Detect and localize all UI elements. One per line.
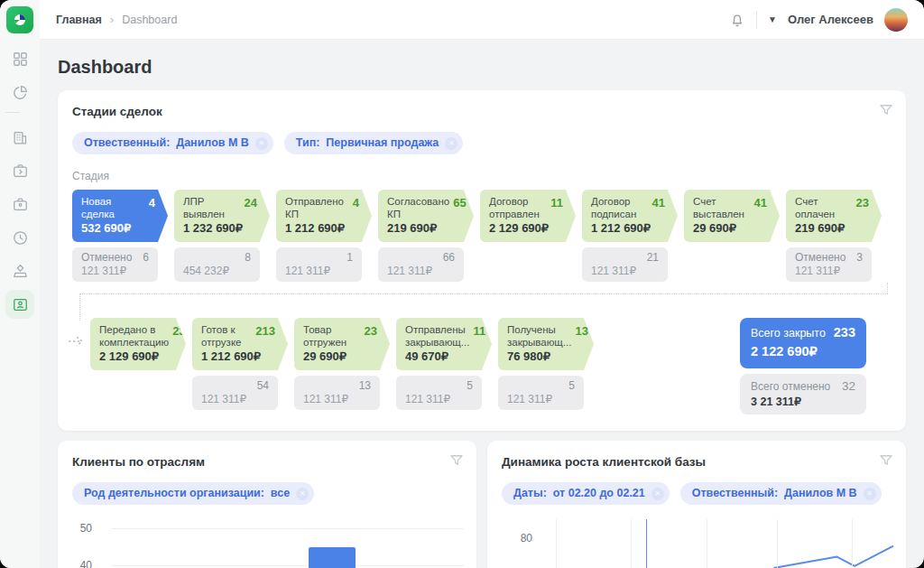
funnel-connector-line [79,293,888,294]
user-avatar[interactable] [884,8,908,32]
growth-filter-chips: Даты: от 02.20 до 02.21 ✕ Отвественный: … [502,482,892,505]
stage-title: Отправлены закрывающ... [405,324,469,349]
bar-series-value[interactable] [309,547,356,568]
filter-funnel-icon[interactable] [448,452,465,469]
stage-amount: 219 690₽ [387,221,461,235]
funnel-stage-column: Товар отгружен 23 29 690₽ 13 121 311₽ [294,318,390,410]
funnel-stage[interactable]: Счет оплачен 23 219 690₽ [786,190,882,242]
funnel-stage[interactable]: Договор подписан 41 1 212 690₽ [582,190,678,242]
stage-amount: 219 690₽ [795,221,869,235]
funnel-stage[interactable]: Счет выставлен 41 29 690₽ [684,190,780,242]
sub-count: 1 [346,251,353,264]
deals-filter-chips: Отвественный: Данилов М В ✕ Тип: Первичн… [72,132,892,154]
contact-icon [12,296,29,313]
stage-title: Товар отгружен [303,324,361,349]
funnel-stage[interactable]: Передано в комплектацию 23 2 129 690₽ [90,318,186,370]
funnel-stage[interactable]: Готов к отгрузке 213 1 212 690₽ [192,318,288,370]
funnel-totals: Всего закрыто 233 2 122 690₽ Всего отмен… [740,318,866,414]
chip-remove-icon[interactable]: ✕ [651,488,664,500]
stage-cancelled-summary: 66 121 311₽ [378,247,464,282]
stage-count: 41 [754,196,767,221]
stage-title: Передано в комплектацию [99,324,169,349]
funnel-stage[interactable]: Товар отгружен 23 29 690₽ [294,318,390,370]
sub-amount: 121 311₽ [507,393,575,405]
stage-cancelled-summary: 5 121 311₽ [396,376,482,410]
funnel-connector-line [887,283,888,293]
chip-remove-icon[interactable]: ✕ [296,488,309,500]
user-menu-chevron-icon[interactable]: ▼ [768,14,777,24]
flow-continue-arrow-icon [67,334,88,349]
sub-count: 5 [568,379,575,392]
growth-chip-0[interactable]: Даты: от 02.20 до 02.21 ✕ [502,482,670,505]
stage-cancelled-summary: 13 121 311₽ [294,376,380,410]
sub-amount: 121 311₽ [405,393,473,405]
sidebar-item-dashboard[interactable] [5,44,34,73]
funnel-stage[interactable]: Договор отправлен 11 2 129 690₽ [480,190,576,242]
sub-amount: 121 311₽ [81,265,149,277]
sub-amount: 121 311₽ [201,393,269,405]
funnel-stage[interactable]: Новая сделка 4 532 690₽ [72,190,168,242]
deals-chip-0[interactable]: Отвественный: Данилов М В ✕ [72,132,273,154]
funnel-stage[interactable]: Отправлены закрывающ... 11 49 670₽ [396,318,492,370]
clients-by-industry-card: Клиенты по отраслям Род деятельности орг… [58,441,476,568]
stage-cancelled-summary: 54 121 311₽ [192,376,278,410]
stage-amount: 1 212 690₽ [285,221,359,235]
filter-funnel-icon[interactable] [878,452,894,469]
sub-count: 3 [856,251,863,264]
deal-stages-card: Стадии сделок Отвественный: Данилов М В … [58,90,906,431]
breadcrumb-home-link[interactable]: Главная [56,14,102,26]
sidebar-item-deals[interactable] [5,190,34,219]
stage-cancelled-summary: 5 121 311₽ [498,376,584,410]
total-closed-box[interactable]: Всего закрыто 233 2 122 690₽ [740,318,866,368]
app-logo[interactable] [6,6,33,33]
sub-label: Отменено [795,251,845,264]
sub-count: 21 [647,251,659,264]
filter-funnel-icon[interactable] [878,102,894,118]
stage-amount: 29 690₽ [303,349,377,363]
chip-remove-icon[interactable]: ✕ [255,137,268,150]
funnel-stage-column: Согласовано КП 65 219 690₽ 66 121 311₽ [378,190,474,282]
stage-count: 24 [245,196,257,221]
deals-chip-1[interactable]: Тип: Первичная продажа ✕ [284,132,463,154]
clients-chip-0[interactable]: Род деятельности организации: все ✕ [72,482,314,505]
sub-count: 8 [245,251,251,264]
total-cancelled-amount: 3 21 311₽ [751,395,855,408]
sub-amount: 121 311₽ [285,265,353,277]
briefcase-icon [12,196,29,213]
stage-count: 41 [652,196,665,221]
sidebar-item-approvals[interactable] [5,256,34,285]
sidebar-item-orders[interactable] [5,156,34,185]
sidebar-item-analytics[interactable] [5,78,34,107]
sidebar-item-history[interactable] [5,223,34,252]
stage-count: 11 [550,196,563,221]
stage-title: Договор отправлен [489,196,547,221]
funnel-stage[interactable]: Согласовано КП 65 219 690₽ [378,190,474,242]
funnel-row-1: Новая сделка 4 532 690₽ Отменено 6 121 3… [72,190,892,282]
gridline [556,519,557,568]
chip-remove-icon[interactable]: ✕ [445,137,457,150]
sub-amount: 121 311₽ [795,265,863,277]
user-name[interactable]: Олег Алексеев [788,13,873,26]
funnel-stage[interactable]: Отправлено КП 4 1 212 690₽ [276,190,372,242]
notifications-bell-icon[interactable] [729,12,745,28]
funnel-stage-column: ЛПР выявлен 24 1 232 690₽ 8 454 232₽ [174,190,270,282]
gridline [852,519,853,568]
funnel-stage[interactable]: ЛПР выявлен 24 1 232 690₽ [174,190,270,242]
funnel-stage-column: Передано в комплектацию 23 2 129 690₽ [90,318,186,370]
chip-remove-icon[interactable]: ✕ [864,488,876,500]
funnel-stage[interactable]: Получены закрывающ... 13 76 980₽ [498,318,594,370]
stage-column-label: Стадия [72,170,892,182]
funnel-stage-column: Договор подписан 41 1 212 690₽ 21 121 31… [582,190,678,282]
stage-title: Договор подписан [591,196,649,221]
y-axis-tick: 40 [70,559,92,568]
sidebar-item-contacts[interactable] [5,290,34,319]
funnel-stage-column: Счет оплачен 23 219 690₽ Отменено 3 121 … [786,190,882,282]
gridline [112,565,464,566]
gridline [631,519,632,568]
sidebar-item-companies[interactable] [5,123,34,152]
sub-count: 5 [467,379,473,392]
growth-chip-1[interactable]: Отвественный: Данилов М В ✕ [680,482,882,505]
funnel-stage-column: Счет выставлен 41 29 690₽ [684,190,780,242]
sub-count: 54 [257,379,269,392]
sub-amount: 121 311₽ [303,393,371,405]
